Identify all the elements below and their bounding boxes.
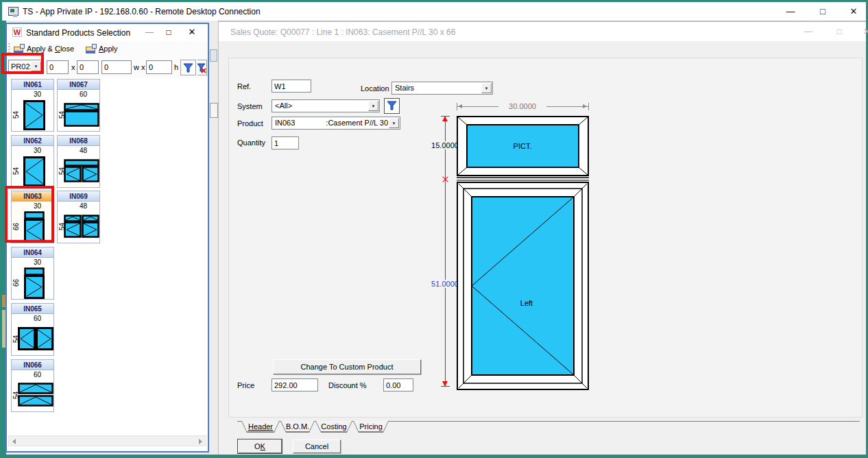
rdp-window-title: TS - App Private IP - 192.168.0.60 - Rem… (23, 7, 261, 16)
system-filter-button[interactable] (384, 98, 400, 114)
price-input[interactable] (272, 378, 318, 391)
product-thumbnail (64, 158, 99, 183)
min-width-input[interactable] (47, 60, 69, 74)
wx-label: w x (134, 63, 145, 71)
close-icon[interactable]: ✕ (184, 25, 200, 39)
quantity-input[interactable] (272, 136, 299, 149)
horizontal-scrollbar[interactable] (8, 435, 206, 446)
product-code: IN062 (12, 136, 53, 146)
dim-arrow (442, 116, 448, 121)
rdp-titlebar: TS - App Private IP - 192.168.0.60 - Rem… (2, 2, 866, 21)
discount-input[interactable] (383, 378, 413, 391)
product-code: IN069 (58, 191, 99, 202)
rdp-icon (8, 7, 19, 16)
chevron-down-icon[interactable]: ▼ (389, 118, 399, 128)
system-select[interactable]: <All> ▼ (272, 99, 380, 112)
tab-header[interactable]: Header (241, 422, 280, 433)
remote-desktop-screen: TS - App Private IP - 192.168.0.60 - Rem… (0, 0, 868, 458)
minimize-icon[interactable]: — (798, 24, 819, 39)
location-select[interactable]: Stairs ▼ (391, 82, 493, 95)
cancel-button[interactable]: Cancel (293, 439, 341, 453)
apply-icon (86, 44, 97, 53)
product-card[interactable]: IN068 48 54 (57, 135, 100, 188)
discount-label: Discount % (328, 381, 367, 389)
product-card[interactable]: IN061 30 54 (11, 79, 54, 132)
tab-costing[interactable]: Costing (315, 422, 352, 433)
close-icon[interactable]: ✕ (856, 24, 868, 39)
product-thumbnail (64, 214, 99, 239)
annotation-product-group-highlight (1, 53, 44, 74)
top-pane-label: PICT. (514, 142, 532, 150)
product-height: 54 (12, 156, 20, 185)
product-code: IN066 (12, 360, 53, 370)
product-card[interactable]: IN064 30 66 (11, 247, 54, 300)
quote-titlebar: Sales Quote: Q00077 : Line 1 : IN063: Ca… (219, 22, 866, 41)
product-card[interactable]: IN067 60 54 (57, 79, 100, 132)
chevron-down-icon[interactable]: ▼ (481, 83, 492, 93)
tab-bom[interactable]: B.O.M. (280, 422, 315, 433)
minimize-icon[interactable]: — (141, 25, 158, 39)
dim-tick (457, 103, 457, 110)
max-width-input[interactable] (101, 60, 132, 74)
dialog-titlebar: W Standard Products Selection — □ ✕ (7, 24, 208, 41)
dim-arrow (458, 104, 462, 108)
price-label: Price (237, 381, 254, 389)
maximize-icon[interactable]: □ (160, 25, 177, 39)
product-code: IN064 (12, 248, 53, 258)
window-drawing: PICT. Left (457, 116, 589, 390)
product-code: IN061 (12, 80, 53, 90)
product-width: 60 (21, 315, 53, 322)
minimize-icon[interactable]: — (775, 2, 806, 21)
product-code: IN067 (58, 80, 99, 90)
product-thumbnail (18, 326, 53, 351)
sales-quote-window: Sales Quote: Q00077 : Line 1 : IN063: Ca… (218, 21, 866, 455)
product-width: 30 (21, 258, 53, 266)
product-code: IN065 (12, 304, 53, 314)
scroll-left-icon[interactable] (12, 439, 16, 444)
product-width: 30 (21, 91, 53, 98)
scroll-right-icon[interactable] (199, 439, 202, 444)
product-code: IN063 (275, 119, 295, 127)
product-card[interactable]: IN066 60 54 (11, 359, 54, 412)
annotation-selected-product-highlight (5, 186, 54, 243)
clear-filter-icon (197, 63, 206, 73)
product-thumbnail (18, 383, 53, 407)
product-card[interactable]: IN069 48 54 (57, 191, 100, 243)
product-thumbnail (64, 102, 99, 127)
maximize-icon[interactable]: □ (808, 2, 838, 21)
min-height-input[interactable] (77, 60, 99, 74)
filter-icon (183, 63, 194, 73)
product-width: 60 (21, 371, 53, 378)
product-width: 48 (67, 202, 99, 210)
product-select[interactable]: IN063:Casement P//L 30 ▼ (272, 117, 400, 130)
change-to-custom-product-button[interactable]: Change To Custom Product (273, 359, 421, 374)
product-thumbnail (23, 156, 46, 187)
max-height-input[interactable] (146, 60, 172, 74)
product-thumbnail (23, 99, 46, 131)
close-icon[interactable]: ✕ (839, 2, 868, 21)
product-list: IN061 30 54 IN067 60 54 (7, 78, 208, 451)
ok-button[interactable]: OK (238, 439, 282, 453)
maximize-icon[interactable]: □ (829, 24, 849, 39)
dim-tick (588, 103, 589, 110)
apply-close-icon (14, 44, 25, 53)
height-dimension-line (445, 116, 446, 387)
ref-input[interactable] (272, 80, 311, 93)
chevron-down-icon[interactable]: ▼ (368, 101, 378, 111)
background-button-fragment (210, 103, 218, 118)
product-thumbnail (23, 267, 46, 299)
dim-tick (441, 386, 450, 387)
product-card[interactable]: IN062 30 54 (11, 135, 54, 188)
quote-window-title: Sales Quote: Q00077 : Line 1 : IN063: Ca… (230, 27, 455, 37)
product-height: 66 (12, 268, 20, 297)
product-card[interactable]: IN065 60 54 (11, 303, 54, 356)
clear-filter-button[interactable] (197, 60, 207, 75)
dim-arrow (583, 104, 587, 108)
system-value: <All> (275, 101, 367, 110)
apply-button[interactable]: Apply (86, 43, 124, 56)
dialog-title: Standard Products Selection (26, 28, 130, 38)
system-label: System (237, 102, 263, 110)
product-width: 60 (67, 91, 99, 98)
tab-pricing[interactable]: Pricing (353, 422, 389, 433)
apply-filter-button[interactable] (180, 60, 196, 75)
